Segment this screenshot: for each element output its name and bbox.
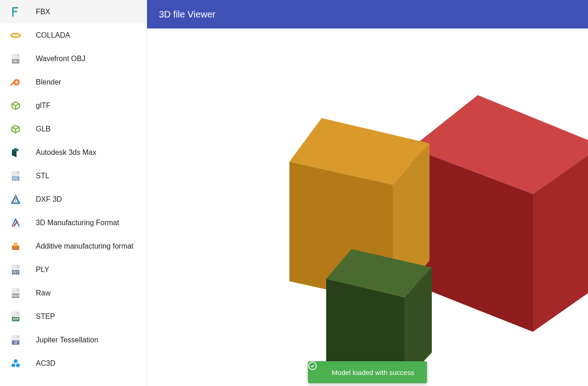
svg-point-6 (16, 363, 20, 367)
sidebar-item-label: PLY (36, 266, 49, 274)
svg-point-5 (11, 363, 15, 367)
sidebar-item-ac3d[interactable]: AC3D (0, 352, 147, 375)
sidebar-item-blender[interactable]: Blender (0, 70, 147, 94)
svg-point-17 (309, 362, 317, 370)
sidebar-item-3d-manufacturing-format[interactable]: 3D Manufacturing Format (0, 211, 147, 234)
obj-icon: OBJ (8, 51, 23, 66)
3mf-icon (8, 216, 23, 230)
raw-icon: RAW (8, 286, 23, 301)
sidebar-item-label: COLLADA (36, 31, 70, 40)
sidebar-item-autodesk-3ds-max[interactable]: Autodesk 3ds Max (0, 141, 147, 164)
sidebar-item-ply[interactable]: PLYPLY (0, 258, 147, 281)
sidebar-item-raw[interactable]: RAWRaw (0, 281, 147, 305)
toast-message: Model loaded with success (332, 369, 414, 376)
svg-point-2 (15, 81, 18, 84)
sidebar-item-label: FBX (36, 8, 50, 16)
step-icon: STP (8, 309, 23, 324)
sidebar-item-dxf-3d[interactable]: DXF 3D (0, 187, 147, 211)
sidebar-item-additive-manufacturing-format[interactable]: Additive manufacturing format (0, 234, 147, 258)
sidebar-item-label: Wavefront OBJ (36, 55, 85, 63)
amf-icon (8, 239, 23, 254)
sidebar-item-label: DXF 3D (36, 195, 62, 204)
sidebar-item-gltf[interactable]: glTF (0, 94, 147, 117)
sidebar-item-fbx[interactable]: FBX (0, 0, 147, 23)
svg-point-7 (14, 359, 17, 363)
status-toast: Model loaded with success (308, 361, 427, 383)
ply-icon: PLY (8, 262, 23, 277)
sidebar-item-stl[interactable]: STLSTL (0, 164, 147, 187)
sidebar-item-jupiter-tessellation[interactable]: JTJupiter Tessellation (0, 328, 147, 352)
sidebar-item-label: 3D Manufacturing Format (36, 219, 119, 227)
check-circle-icon (316, 368, 325, 377)
sidebar-item-label: Additive manufacturing format (36, 242, 134, 250)
sidebar-item-label: STEP (36, 312, 55, 321)
gltf-icon (8, 98, 23, 113)
ac3d-icon (8, 356, 23, 371)
sidebar-item-collada[interactable]: COLLADA (0, 23, 147, 47)
collada-icon (8, 28, 23, 43)
sidebar-item-step[interactable]: STPSTEP (0, 305, 147, 328)
main: 3D file Viewer (147, 0, 588, 386)
svg-rect-4 (14, 243, 17, 246)
sidebar-item-label: Blender (36, 78, 61, 86)
sidebar-item-label: GLB (36, 125, 51, 133)
sidebar-item-label: STL (36, 172, 49, 180)
3ds-icon (8, 145, 23, 160)
fbx-icon (8, 5, 23, 19)
sidebar-item-wavefront-obj[interactable]: OBJWavefront OBJ (0, 47, 147, 70)
stl-icon: STL (8, 169, 23, 183)
gltf-icon (8, 122, 23, 136)
sidebar-item-label: AC3D (36, 359, 56, 368)
sidebar-item-label: glTF (36, 102, 51, 110)
app-header: 3D file Viewer (147, 0, 588, 28)
cube-red (411, 95, 588, 332)
sidebar[interactable]: FBXCOLLADAOBJWavefront OBJBlenderglTFGLB… (0, 0, 147, 386)
app-title: 3D file Viewer (159, 9, 215, 20)
sidebar-item-label: Jupiter Tessellation (36, 336, 98, 344)
jt-icon: JT (8, 333, 23, 347)
viewport-3d[interactable]: Model loaded with success (147, 28, 588, 386)
sidebar-item-glb[interactable]: GLB (0, 117, 147, 141)
sidebar-item-label: Raw (36, 289, 51, 297)
dxf-icon (8, 192, 23, 207)
blender-icon (8, 75, 23, 90)
sidebar-item-label: Autodesk 3ds Max (36, 148, 96, 157)
svg-point-0 (11, 34, 20, 37)
